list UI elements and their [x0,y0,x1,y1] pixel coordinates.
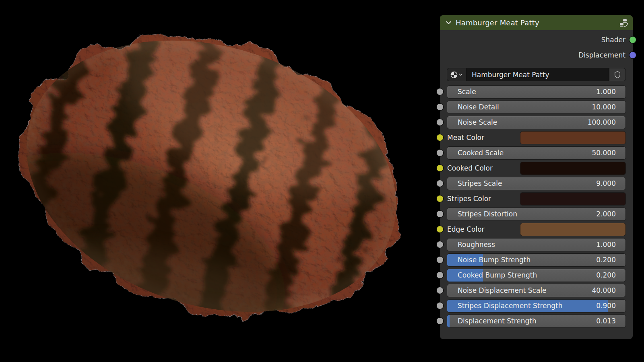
input-label: Displacement Strength [458,317,537,325]
output-label: Shader [601,36,625,44]
input-label: Roughness [458,241,495,249]
output-socket-displacement[interactable] [630,52,636,58]
value-slider[interactable]: Noise Detail 10.000 [447,101,625,113]
input-socket[interactable] [437,211,443,217]
input-row: Noise Scale 100.000 [440,115,633,130]
input-value: 0.013 [596,317,616,325]
chevron-down-icon [458,72,463,77]
value-slider[interactable]: Stripes Distortion 2.000 [447,208,625,220]
input-label: Edge Color [447,225,520,233]
node-title: Hamburger Meat Patty [456,19,616,27]
input-socket[interactable] [437,119,443,125]
input-row: Scale 1.000 [440,84,633,99]
shield-icon [614,71,621,78]
input-row: Cooked Scale 50.000 [440,145,633,160]
input-label: Cooked Color [447,164,520,172]
input-value: 0.200 [596,256,616,264]
color-swatch[interactable] [520,162,625,175]
value-slider[interactable]: Roughness 1.000 [447,239,625,251]
screen: Hamburger Meat Patty Shader Displacement [0,0,644,362]
fake-user-button[interactable] [609,68,625,81]
patty-render [0,0,421,362]
value-slider[interactable]: Cooked Bump Strength 0.200 [447,269,625,282]
nodegroup-name-field[interactable]: Hamburger Meat Patty [466,68,609,81]
input-row: Stripes Displacement Strength 0.900 [440,298,633,313]
value-slider[interactable]: Displacement Strength 0.013 [447,315,625,327]
input-row: Noise Bump Strength 0.200 [440,252,633,267]
input-row: Cooked Color [440,160,633,176]
value-slider[interactable]: Stripes Scale 9.000 [447,177,625,190]
color-swatch[interactable] [520,193,625,205]
input-label: Noise Scale [458,118,497,126]
input-value: 0.200 [596,271,616,279]
input-label: Stripes Displacement Strength [458,302,563,310]
value-slider[interactable]: Stripes Displacement Strength 0.900 [447,300,625,312]
node-inputs: Scale 1.000 Noise Detail 10.000 Noise Sc… [440,84,633,329]
input-value: 40.000 [592,286,616,294]
input-label: Noise Displacement Scale [458,286,547,294]
input-row: Noise Displacement Scale 40.000 [440,283,633,298]
input-value: 10.000 [592,103,616,111]
input-value: 9.000 [596,179,616,187]
node-tree-icon [619,19,628,27]
input-socket[interactable] [437,180,443,187]
input-label: Stripes Scale [458,179,502,187]
input-label: Stripes Distortion [458,210,517,218]
patty-viewport [0,0,421,362]
input-socket[interactable] [437,302,443,309]
input-label: Scale [458,88,476,96]
input-socket[interactable] [437,150,443,156]
input-row: Noise Detail 10.000 [440,99,633,115]
output-label: Displacement [578,51,625,59]
input-value: 50.000 [592,149,616,157]
node-outputs: Shader Displacement [440,30,633,63]
color-swatch[interactable] [520,223,625,236]
output-row: Shader [440,32,633,47]
input-row: Stripes Distortion 2.000 [440,206,633,222]
input-label: Stripes Color [447,195,520,203]
input-value: 1.000 [596,88,616,96]
input-row: Edge Color [440,222,633,237]
input-row: Roughness 1.000 [440,237,633,252]
input-socket[interactable] [437,318,443,324]
input-label: Meat Color [447,134,520,142]
input-socket[interactable] [437,104,443,110]
output-row: Displacement [440,47,633,63]
input-socket[interactable] [437,134,443,141]
material-preview-icon [450,71,458,79]
node-header[interactable]: Hamburger Meat Patty [440,15,633,30]
value-slider[interactable]: Noise Displacement Scale 40.000 [447,284,625,297]
input-value: 100.000 [588,118,616,126]
input-socket[interactable] [437,257,443,263]
input-value: 0.900 [596,302,616,310]
input-label: Cooked Scale [458,149,504,157]
input-row: Stripes Color [440,191,633,206]
input-label: Noise Bump Strength [458,256,530,264]
input-row: Meat Color [440,130,633,145]
slider-fill [447,315,450,327]
input-label: Noise Detail [458,103,499,111]
input-row: Displacement Strength 0.013 [440,313,633,329]
input-socket[interactable] [437,195,443,202]
value-slider[interactable]: Cooked Scale 50.000 [447,147,625,159]
input-value: 2.000 [596,210,616,218]
input-value: 1.000 [596,241,616,249]
shader-node-group[interactable]: Hamburger Meat Patty Shader Displacement [440,15,633,339]
input-socket[interactable] [437,165,443,171]
value-slider[interactable]: Noise Scale 100.000 [447,116,625,129]
input-socket[interactable] [437,241,443,248]
input-socket[interactable] [437,226,443,232]
browse-nodegroup-button[interactable] [447,68,466,81]
output-socket-shader[interactable] [630,37,636,43]
input-socket[interactable] [437,88,443,95]
input-row: Cooked Bump Strength 0.200 [440,267,633,283]
node-group-selector: Hamburger Meat Patty [447,68,625,81]
value-slider[interactable]: Scale 1.000 [447,86,625,98]
input-socket[interactable] [437,272,443,278]
chevron-down-icon[interactable] [445,19,452,26]
input-label: Cooked Bump Strength [458,271,537,279]
color-swatch[interactable] [520,132,625,144]
input-socket[interactable] [437,287,443,294]
value-slider[interactable]: Noise Bump Strength 0.200 [447,254,625,266]
input-row: Stripes Scale 9.000 [440,176,633,191]
